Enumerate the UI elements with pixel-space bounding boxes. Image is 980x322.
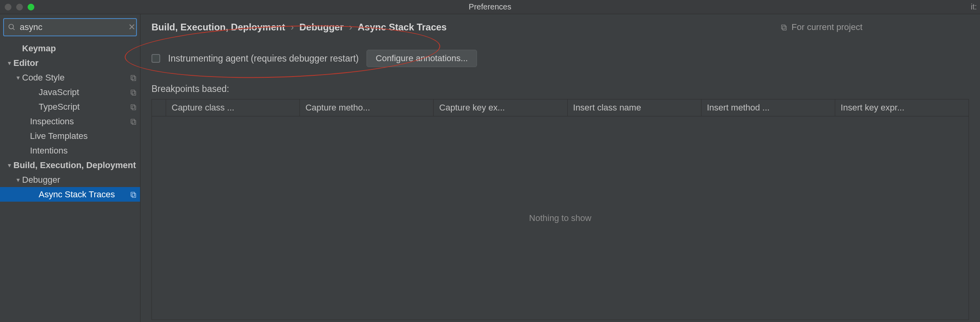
sidebar-item-live-templates[interactable]: Live Templates — [0, 129, 140, 143]
svg-rect-5 — [132, 91, 136, 95]
for-current-project-text: For current project — [791, 22, 862, 32]
window-controls — [5, 4, 34, 10]
sidebar-item-label: Code Style — [22, 73, 130, 83]
sidebar-item-javascript[interactable]: JavaScript — [0, 85, 140, 99]
window-title: Preferences — [469, 2, 511, 11]
svg-rect-4 — [131, 90, 135, 94]
table-header-checkbox-col[interactable] — [152, 99, 166, 116]
breakpoints-table: Capture class ...Capture metho...Capture… — [151, 99, 969, 320]
svg-rect-6 — [131, 105, 135, 109]
table-header[interactable]: Insert class name — [568, 99, 701, 116]
expand-arrow-icon: ▼ — [6, 60, 13, 66]
svg-rect-2 — [131, 75, 135, 80]
table-header[interactable]: Capture metho... — [300, 99, 434, 116]
copy-icon — [780, 24, 787, 31]
sidebar-item-label: TypeScript — [39, 102, 130, 112]
search-icon — [8, 23, 16, 31]
svg-point-0 — [9, 24, 14, 29]
sidebar-item-label: Async Stack Traces — [39, 189, 130, 200]
search-box[interactable]: ✕ — [3, 18, 137, 36]
table-empty-message: Nothing to show — [152, 116, 969, 320]
titlebar: Preferences it: — [0, 0, 980, 14]
copy-icon — [130, 89, 137, 96]
sidebar-item-typescript[interactable]: TypeScript — [0, 99, 140, 114]
sidebar: ✕ Keymap▼Editor▼Code StyleJavaScriptType… — [0, 14, 140, 322]
table-header[interactable]: Insert key expr... — [835, 99, 969, 116]
svg-line-1 — [13, 28, 15, 30]
table-header[interactable]: Insert method ... — [701, 99, 835, 116]
sidebar-item-async-stack-traces[interactable]: Async Stack Traces — [0, 187, 140, 202]
sidebar-item-label: Debugger — [22, 175, 137, 185]
breadcrumb-separator: › — [349, 22, 352, 33]
clear-search-icon[interactable]: ✕ — [128, 22, 135, 32]
svg-rect-8 — [131, 119, 135, 124]
breadcrumb-part[interactable]: Async Stack Traces — [358, 22, 447, 33]
copy-icon — [130, 191, 137, 198]
sidebar-item-intentions[interactable]: Intentions — [0, 143, 140, 158]
content-panel: Build, Execution, Deployment›Debugger›As… — [140, 14, 980, 322]
sidebar-item-label: Live Templates — [30, 131, 137, 141]
sidebar-item-debugger[interactable]: ▼Debugger — [0, 172, 140, 187]
svg-rect-13 — [783, 26, 786, 30]
breadcrumb: Build, Execution, Deployment›Debugger›As… — [151, 22, 447, 33]
svg-rect-3 — [132, 77, 136, 81]
minimize-window-button[interactable] — [16, 4, 23, 10]
for-current-project-label: For current project — [780, 22, 862, 32]
table-header[interactable]: Capture class ... — [166, 99, 300, 116]
breadcrumb-separator: › — [291, 22, 294, 33]
sidebar-item-build-execution-deployment[interactable]: ▼Build, Execution, Deployment — [0, 158, 140, 172]
expand-arrow-icon: ▼ — [14, 177, 22, 183]
expand-arrow-icon: ▼ — [14, 75, 22, 81]
instrumenting-agent-checkbox[interactable] — [151, 54, 160, 63]
close-window-button[interactable] — [5, 4, 11, 10]
copy-icon — [130, 103, 137, 110]
sidebar-item-label: Build, Execution, Deployment — [13, 160, 137, 170]
sidebar-item-label: JavaScript — [39, 87, 130, 97]
sidebar-item-editor[interactable]: ▼Editor — [0, 56, 140, 70]
expand-arrow-icon: ▼ — [6, 162, 13, 168]
instrumenting-agent-label: Instrumenting agent (requires debugger r… — [168, 53, 359, 64]
svg-rect-9 — [132, 120, 136, 125]
sidebar-item-label: Inspections — [30, 116, 130, 127]
sidebar-item-label: Keymap — [22, 43, 137, 54]
sidebar-item-code-style[interactable]: ▼Code Style — [0, 70, 140, 85]
sidebar-item-label: Intentions — [30, 146, 137, 156]
configure-annotations-button[interactable]: Configure annotations... — [367, 50, 477, 67]
sidebar-item-keymap[interactable]: Keymap — [0, 41, 140, 56]
svg-rect-12 — [782, 25, 785, 29]
copy-icon — [130, 74, 137, 81]
right-fragment-text: it: — [971, 2, 977, 11]
table-header-row: Capture class ...Capture metho...Capture… — [152, 99, 969, 116]
breadcrumb-part[interactable]: Debugger — [299, 22, 344, 33]
svg-rect-11 — [132, 193, 136, 198]
breakpoints-section-title: Breakpoints based: — [151, 84, 969, 94]
sidebar-item-inspections[interactable]: Inspections — [0, 114, 140, 129]
table-header[interactable]: Capture key ex... — [434, 99, 567, 116]
maximize-window-button[interactable] — [28, 4, 34, 10]
sidebar-item-label: Editor — [13, 58, 137, 68]
search-input[interactable] — [16, 22, 128, 32]
svg-rect-7 — [132, 106, 136, 110]
svg-rect-10 — [131, 192, 135, 197]
breadcrumb-part[interactable]: Build, Execution, Deployment — [151, 22, 285, 33]
settings-tree: Keymap▼Editor▼Code StyleJavaScriptTypeSc… — [0, 40, 140, 322]
copy-icon — [130, 118, 137, 125]
